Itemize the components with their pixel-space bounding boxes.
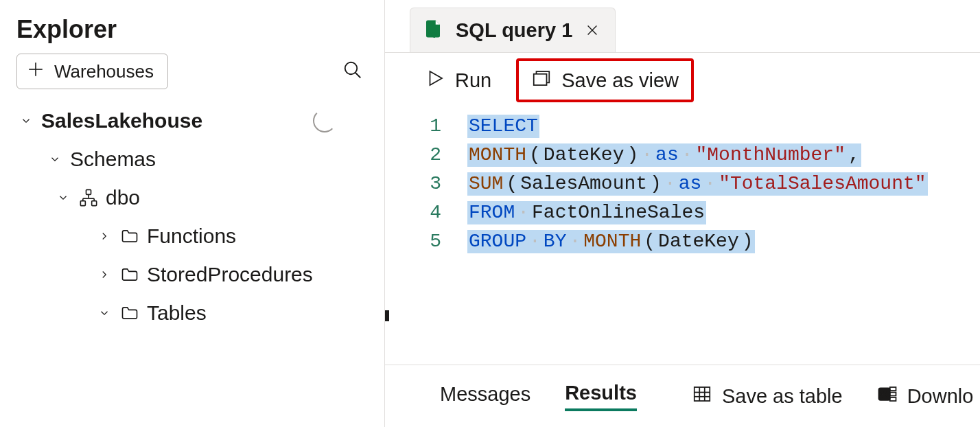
svg-rect-15: [534, 73, 547, 84]
code-line: FROM·FactOnlineSales: [467, 198, 980, 227]
folder-icon: [119, 226, 140, 246]
search-icon: [342, 60, 363, 83]
close-icon: [585, 28, 600, 40]
chevron-down-icon: [96, 305, 113, 321]
folder-icon: [119, 303, 140, 323]
tree-node-database[interactable]: SalesLakehouse: [14, 102, 377, 140]
schema-icon: [78, 187, 99, 208]
line-number: 2: [385, 141, 441, 170]
split-handle[interactable]: [385, 310, 389, 321]
code-line: GROUP·BY·MONTH(DateKey): [467, 227, 980, 256]
play-icon: [425, 68, 445, 93]
tree-label-schemas: Schemas: [70, 148, 156, 171]
line-number: 5: [385, 227, 441, 256]
svg-rect-6: [92, 201, 97, 206]
code-line: SELECT: [467, 112, 980, 141]
run-button[interactable]: Run: [412, 61, 504, 100]
svg-point-2: [345, 62, 358, 75]
results-toolbar: Messages Results Save as table X Downlo: [385, 365, 980, 427]
chevron-right-icon: [96, 266, 113, 283]
editor-content[interactable]: SELECTMONTH(DateKey)·as·"MonthNumber",SU…: [454, 112, 980, 365]
query-tab[interactable]: SQL SQL query 1: [410, 8, 616, 52]
search-button[interactable]: [338, 56, 368, 86]
query-toolbar: Run Save as view: [385, 53, 980, 108]
chevron-down-icon: [47, 151, 63, 168]
query-tab-label: SQL query 1: [456, 19, 572, 42]
run-label: Run: [455, 69, 491, 92]
table-icon: [692, 384, 712, 409]
svg-text:SQL: SQL: [427, 31, 440, 38]
add-warehouses-label: Warehouses: [54, 61, 154, 82]
tree-label-dbo: dbo: [106, 186, 140, 209]
code-line: MONTH(DateKey)·as·"MonthNumber",: [467, 141, 980, 170]
line-number: 1: [385, 112, 441, 141]
add-warehouses-button[interactable]: Warehouses: [16, 54, 168, 89]
folder-icon: [119, 264, 140, 285]
svg-rect-4: [86, 189, 91, 194]
tree-label-functions: Functions: [147, 224, 236, 248]
plus-icon: [27, 60, 45, 83]
explorer-tree: SalesLakehouse Schemas dbo: [0, 102, 384, 332]
code-line: SUM(SalesAmount)·as·"TotalSalesAmount": [467, 170, 980, 198]
explorer-sidebar: Explorer Warehouses SalesLakehouse: [0, 0, 385, 427]
tree-label-tables: Tables: [147, 301, 207, 325]
messages-tab[interactable]: Messages: [440, 383, 530, 410]
excel-icon: X: [877, 384, 898, 409]
save-as-table-button[interactable]: Save as table: [692, 384, 843, 409]
svg-rect-24: [889, 392, 896, 395]
save-as-view-button[interactable]: Save as view: [519, 61, 691, 100]
svg-rect-23: [889, 387, 896, 391]
save-as-table-label: Save as table: [722, 385, 843, 408]
results-tab[interactable]: Results: [565, 382, 637, 411]
save-view-icon: [531, 68, 552, 93]
save-as-view-label: Save as view: [561, 69, 679, 92]
tree-node-functions[interactable]: Functions: [14, 217, 377, 255]
line-number: 4: [385, 198, 441, 227]
line-number: 3: [385, 170, 441, 198]
sql-file-icon: SQL: [423, 19, 443, 42]
chevron-right-icon: [96, 228, 113, 244]
download-label: Downlo: [907, 385, 974, 408]
tree-node-stored-procedures[interactable]: StoredProcedures: [14, 255, 377, 294]
loading-spinner-icon: [313, 109, 336, 132]
tree-node-dbo[interactable]: dbo: [14, 178, 377, 217]
close-tab-button[interactable]: [585, 23, 600, 38]
tree-label-sprocs: StoredProcedures: [147, 263, 313, 286]
editor-gutter: 12345: [385, 112, 454, 365]
chevron-down-icon: [18, 113, 34, 129]
tree-node-schemas[interactable]: Schemas: [14, 140, 377, 178]
tree-label-database: SalesLakehouse: [41, 109, 202, 132]
tree-node-tables[interactable]: Tables: [14, 294, 377, 332]
sql-editor[interactable]: 12345 SELECTMONTH(DateKey)·as·"MonthNumb…: [385, 108, 980, 365]
svg-text:X: X: [880, 390, 887, 400]
chevron-down-icon: [55, 189, 71, 206]
query-tab-bar: SQL SQL query 1: [385, 0, 980, 53]
main-pane: SQL SQL query 1 Run: [385, 0, 980, 427]
svg-rect-25: [889, 397, 896, 401]
svg-rect-16: [695, 387, 710, 401]
svg-line-3: [355, 73, 361, 78]
download-excel-button[interactable]: X Downlo: [877, 384, 974, 409]
svg-rect-5: [80, 201, 85, 206]
svg-marker-14: [430, 71, 443, 85]
explorer-title: Explorer: [0, 0, 384, 54]
